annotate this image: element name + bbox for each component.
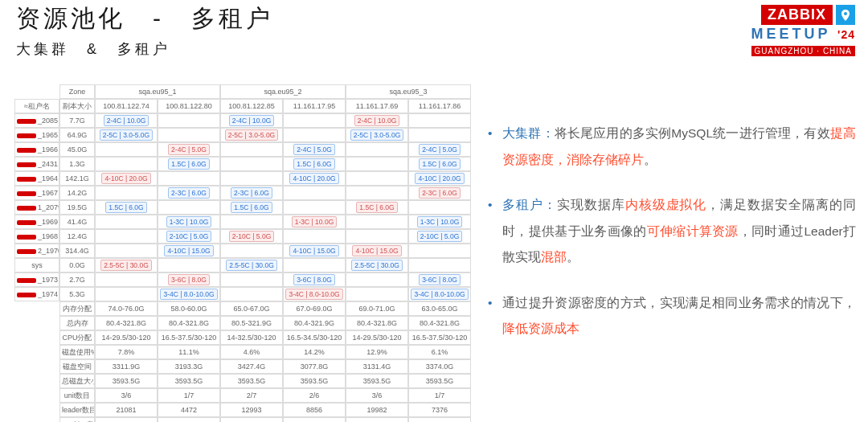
tenant-name: _1967 — [14, 186, 59, 200]
logo-zabbix-text: ZABBIX — [761, 5, 833, 25]
alloc-cell: 4-10C | 15.0G — [283, 244, 346, 258]
alloc-cell-empty — [346, 229, 408, 244]
footer-value: 3593.5G — [158, 374, 220, 388]
alloc-cell: 1.5C | 6.0G — [95, 200, 158, 215]
alloc-cell: 1.5C | 6.0G — [158, 157, 220, 171]
alloc-cell-empty — [408, 128, 471, 142]
alloc-cell: 1.5C | 6.0G — [220, 200, 283, 215]
footer-value: 2/7 — [220, 388, 283, 403]
footer-value: 3593.5G — [220, 374, 283, 388]
tenant-size: 314.4G — [59, 244, 95, 258]
footer-value: 14-32.5/30-120 — [220, 330, 283, 345]
alloc-cell-empty — [95, 272, 158, 287]
alloc-cell-empty — [283, 113, 346, 128]
footer-value: 3427.4G — [220, 359, 283, 374]
logo-meetup: MEETUP — [751, 26, 830, 42]
tenant-size: 19.5G — [59, 200, 95, 215]
footer-value: 63.0-65.0G — [408, 301, 471, 316]
alloc-cell: 2-4C | 5.0G — [158, 142, 220, 157]
footer-label: 总磁盘大小 — [59, 374, 95, 388]
resource-table: Zonesqa.eu95_1sqa.eu95_2sqa.eu95_3≈租户名副本… — [14, 84, 471, 422]
body-text: 大集群：将长尾应用的多实例MySQL统一进行管理，有效提高资源密度，消除存储碎片… — [486, 121, 856, 362]
footer-value: 80.4-321.8G — [346, 316, 408, 330]
footer-value: 65.0-67.0G — [220, 301, 283, 316]
footer-value: 16.5-37.5/30-120 — [158, 330, 220, 345]
alloc-cell: 4-10C | 15.0G — [158, 244, 220, 258]
footer-value: 80.4-321.8G — [158, 316, 220, 330]
zone-cell: sqa.eu95_1 — [95, 84, 220, 99]
tenant-name: _1974 — [14, 287, 59, 301]
zone-header: Zone — [59, 84, 95, 99]
footer-value: 1/7 — [158, 388, 220, 403]
footer-value: 80.4-321.8G — [95, 316, 158, 330]
footer-value: 80.4-321.8G — [408, 316, 471, 330]
host-cell: 11.161.17.69 — [346, 99, 408, 113]
alloc-cell: 2-5C | 3.0-5.0G — [220, 128, 283, 142]
alloc-cell-empty — [346, 215, 408, 229]
bullet-item: 通过提升资源密度的方式，实现满足相同业务需求的情况下，降低资源成本 — [486, 290, 856, 342]
host-cell: 100.81.122.74 — [95, 99, 158, 113]
alloc-cell-empty — [95, 157, 158, 171]
tenant-size: 142.1G — [59, 171, 95, 186]
footer-label: 总内存 — [59, 316, 95, 330]
tenant-name: _1964 — [14, 171, 59, 186]
zone-cell: sqa.eu95_3 — [346, 84, 471, 99]
tenant-size: 14.2G — [59, 186, 95, 200]
alloc-cell: 2-4C | 5.0G — [408, 142, 471, 157]
footer-value: 14-29.5/30-120 — [95, 330, 158, 345]
zone-cell: sqa.eu95_2 — [220, 84, 346, 99]
tenant-size: 0.0G — [59, 258, 95, 272]
footer-value: 39015 — [346, 417, 408, 422]
tenant-name: 1_2079 — [14, 200, 59, 215]
footer-value: 4472 — [158, 403, 220, 417]
alloc-cell-empty — [220, 142, 283, 157]
tenant-name: _1965 — [14, 128, 59, 142]
footer-value: 2/6 — [283, 388, 346, 403]
alloc-cell-empty — [95, 215, 158, 229]
alloc-cell-empty — [346, 272, 408, 287]
alloc-cell: 2.5-5C | 30.0G — [346, 258, 408, 272]
alloc-cell: 1-3C | 10.0G — [408, 215, 471, 229]
tenant-size: 45.0G — [59, 142, 95, 157]
footer-value: 80.4-321.9G — [283, 316, 346, 330]
alloc-cell: 1-3C | 10.0G — [158, 215, 220, 229]
footer-value: 69.0-71.0G — [346, 301, 408, 316]
footer-value: 80.5-321.9G — [220, 316, 283, 330]
footer-value: 3593.5G — [283, 374, 346, 388]
tenant-size: 64.9G — [59, 128, 95, 142]
footer-value: 3193.3G — [158, 359, 220, 374]
alloc-cell-empty — [283, 186, 346, 200]
alloc-cell-empty — [346, 171, 408, 186]
footer-label: partition数量 — [59, 417, 95, 422]
footer-value: 1/7 — [408, 388, 471, 403]
alloc-cell: 4-10C | 20.0G — [95, 171, 158, 186]
alloc-cell: 4-10C | 20.0G — [283, 171, 346, 186]
alloc-cell-empty — [158, 128, 220, 142]
alloc-cell-empty — [346, 142, 408, 157]
tenant-size: 5.3G — [59, 287, 95, 301]
footer-value: 4.6% — [220, 345, 283, 359]
footer-value: 67.0-69.0G — [283, 301, 346, 316]
alloc-cell: 3-4C | 8.0-10.0G — [283, 287, 346, 301]
alloc-cell: 2-5C | 3.0-5.0G — [95, 128, 158, 142]
footer-value: 12.9% — [346, 345, 408, 359]
footer-value: 3593.5G — [408, 374, 471, 388]
footer-value: 3374.0G — [408, 359, 471, 374]
tenant-header: ≈租户名 — [14, 99, 59, 113]
footer-value: 21081 — [95, 403, 158, 417]
footer-value: 8856 — [283, 403, 346, 417]
alloc-cell-empty — [95, 244, 158, 258]
alloc-cell: 4-10C | 15.0G — [346, 244, 408, 258]
alloc-cell-empty — [95, 229, 158, 244]
footer-value: 3131.4G — [346, 359, 408, 374]
footer-value: 7.8% — [95, 345, 158, 359]
footer-value: 37599 — [283, 417, 346, 422]
footer-value: 16.5-34.5/30-120 — [283, 330, 346, 345]
alloc-cell-empty — [220, 157, 283, 171]
footer-label: leader数目 — [59, 403, 95, 417]
alloc-cell: 2-10C | 5.0G — [408, 229, 471, 244]
footer-value: 14-29.5/30-120 — [346, 330, 408, 345]
tenant-name: _1968 — [14, 229, 59, 244]
footer-value: 34923 — [95, 417, 158, 422]
alloc-cell: 2-3C | 6.0G — [408, 186, 471, 200]
